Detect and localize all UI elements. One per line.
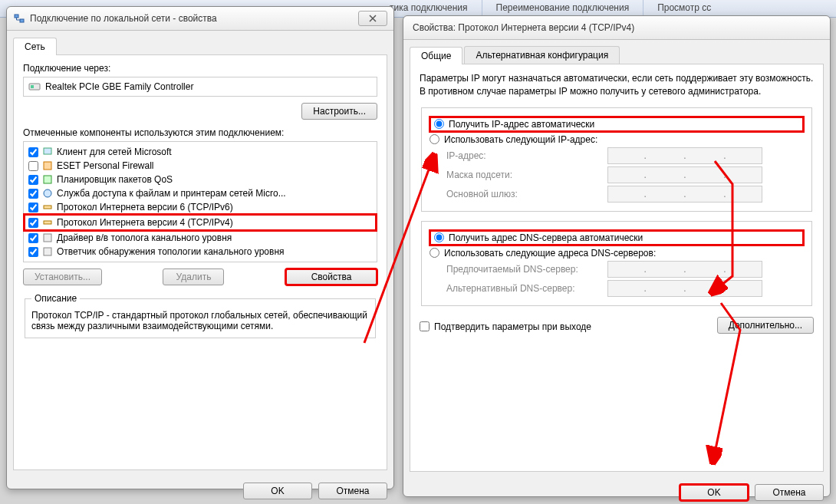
component-label: Протокол Интернета версии 4 (TCP/IPv4) [57, 217, 233, 228]
close-button[interactable] [358, 11, 387, 26]
components-label: Отмеченные компоненты используются этим … [23, 127, 377, 138]
gateway-input[interactable]: ... [607, 186, 762, 203]
radio-dns-manual[interactable] [430, 248, 439, 258]
component-row[interactable]: Планировщик пакетов QoS [24, 173, 377, 186]
connect-via-label: Подключение через: [23, 63, 377, 74]
adapter-name: Realtek PCIe GBE Family Controller [45, 81, 193, 92]
radio-dns-auto-row[interactable]: Получить адрес DNS-сервера автоматически [430, 230, 804, 245]
confirm-on-exit-label: Подтвердить параметры при выходе [434, 321, 591, 332]
component-checkbox[interactable] [28, 189, 38, 199]
gateway-row: Основной шлюз: ... [446, 186, 804, 203]
svg-rect-11 [44, 248, 51, 255]
svg-point-7 [44, 189, 51, 197]
subnet-mask-input[interactable]: ... [607, 166, 762, 183]
component-row[interactable]: ESET Personal Firewall [24, 159, 377, 173]
ip-settings-group: Получить IP-адрес автоматически Использо… [421, 107, 812, 212]
component-label: Драйвер в/в тополога канального уровня [57, 232, 232, 243]
component-row[interactable]: Драйвер в/в тополога канального уровня [24, 231, 377, 245]
component-checkbox[interactable] [28, 218, 38, 228]
qos-icon [41, 173, 54, 186]
dns1-label: Предпочитаемый DNS-сервер: [446, 264, 607, 275]
component-label: Клиент для сетей Microsoft [57, 147, 172, 157]
radio-dns-manual-row[interactable]: Использовать следующие адреса DNS-сервер… [430, 248, 804, 259]
tab-general[interactable]: Общие [410, 47, 462, 64]
dns2-input[interactable]: ... [607, 280, 762, 297]
ip-address-input[interactable]: ... [607, 147, 762, 164]
client-icon [41, 146, 54, 158]
cancel-button[interactable]: Отмена [755, 484, 824, 501]
driver-icon [41, 232, 54, 244]
dns2-row: Альтернативный DNS-сервер: ... [446, 280, 804, 297]
ipv4-icon [41, 216, 54, 229]
component-label: ESET Personal Firewall [57, 160, 154, 171]
svg-rect-9 [44, 221, 51, 224]
confirm-on-exit-checkbox[interactable] [420, 321, 430, 331]
advanced-button[interactable]: Дополнительно... [717, 317, 814, 334]
properties-button[interactable]: Свойства [285, 268, 377, 285]
svg-rect-8 [44, 206, 51, 209]
radio-ip-auto-row[interactable]: Получить IP-адрес автоматически [430, 117, 804, 132]
component-row[interactable]: Ответчик обнаружения топологии канальног… [24, 245, 377, 259]
component-label: Протокол Интернета версии 6 (TCP/IPv6) [57, 202, 233, 212]
component-label: Планировщик пакетов QoS [57, 174, 173, 185]
tab-alternate[interactable]: Альтернативная конфигурация [464, 46, 620, 64]
component-checkbox[interactable] [28, 147, 38, 157]
titlebar: Свойства: Протокол Интернета версии 4 (T… [403, 16, 830, 40]
radio-ip-manual-row[interactable]: Использовать следующий IP-адрес: [430, 134, 804, 145]
cancel-button[interactable]: Отмена [318, 483, 387, 499]
remove-button[interactable]: Удалить [163, 268, 224, 285]
svg-rect-4 [44, 148, 51, 154]
radio-label: Использовать следующий IP-адрес: [444, 134, 597, 145]
ok-button[interactable]: OK [680, 484, 749, 501]
component-row-ipv4[interactable]: Протокол Интернета версии 4 (TCP/IPv4) [24, 214, 377, 231]
adapter-icon [28, 81, 41, 93]
svg-rect-10 [44, 234, 51, 242]
tab-network[interactable]: Сеть [13, 38, 57, 55]
dns1-input[interactable]: ... [607, 261, 762, 278]
description-legend: Описание [31, 293, 80, 304]
component-checkbox[interactable] [28, 175, 38, 185]
ip-address-row: IP-адрес: ... [446, 147, 804, 164]
svg-rect-0 [15, 15, 18, 18]
radio-label: Получить адрес DNS-сервера автоматически [449, 232, 643, 243]
dns2-label: Альтернативный DNS-сервер: [446, 283, 607, 294]
component-row[interactable]: Служба доступа к файлам и принтерам сете… [24, 186, 377, 200]
window-title: Свойства: Протокол Интернета версии 4 (T… [410, 22, 824, 33]
close-icon [369, 15, 377, 22]
lan-properties-window: Подключение по локальной сети - свойства… [6, 6, 394, 489]
component-row[interactable]: Протокол Интернета версии 6 (TCP/IPv6) [24, 200, 377, 214]
adapter-box[interactable]: Realtek PCIe GBE Family Controller [23, 77, 377, 97]
window-title: Подключение по локальной сети - свойства [30, 13, 358, 24]
description-group: Описание Протокол TCP/IP - стандартный п… [25, 293, 376, 338]
responder-icon [41, 245, 54, 258]
ribbon-item[interactable]: Переименование подключения [482, 0, 644, 17]
network-icon [13, 12, 25, 25]
component-checkbox[interactable] [28, 161, 38, 171]
svg-rect-6 [44, 176, 51, 183]
radio-dns-auto[interactable] [434, 232, 444, 242]
components-list: Клиент для сетей Microsoft ESET Personal… [23, 141, 377, 262]
ip-address-label: IP-адрес: [446, 150, 607, 161]
description-text: Протокол TCP/IP - стандартный протокол г… [31, 310, 369, 331]
component-checkbox[interactable] [28, 233, 38, 243]
ipv6-icon [41, 201, 54, 213]
confirm-on-exit-row[interactable]: Подтвердить параметры при выходе [420, 321, 591, 332]
dns-settings-group: Получить адрес DNS-сервера автоматически… [421, 221, 812, 306]
configure-button[interactable]: Настроить... [301, 103, 377, 120]
subnet-mask-row: Маска подсети: ... [446, 166, 804, 183]
radio-ip-manual[interactable] [430, 134, 439, 144]
component-row[interactable]: Клиент для сетей Microsoft [24, 145, 377, 159]
component-checkbox[interactable] [28, 203, 38, 212]
component-checkbox[interactable] [28, 247, 38, 257]
radio-ip-auto[interactable] [434, 119, 444, 129]
titlebar: Подключение по локальной сети - свойства [7, 7, 393, 31]
svg-rect-3 [31, 85, 34, 88]
firewall-icon [41, 160, 54, 172]
ok-button[interactable]: OK [243, 483, 312, 499]
component-label: Служба доступа к файлам и принтерам сете… [57, 188, 286, 199]
ribbon-item[interactable]: Просмотр сс [643, 0, 725, 17]
share-icon [41, 187, 54, 199]
subnet-mask-label: Маска подсети: [446, 170, 607, 180]
dns1-row: Предпочитаемый DNS-сервер: ... [446, 261, 804, 278]
install-button[interactable]: Установить... [23, 268, 102, 285]
